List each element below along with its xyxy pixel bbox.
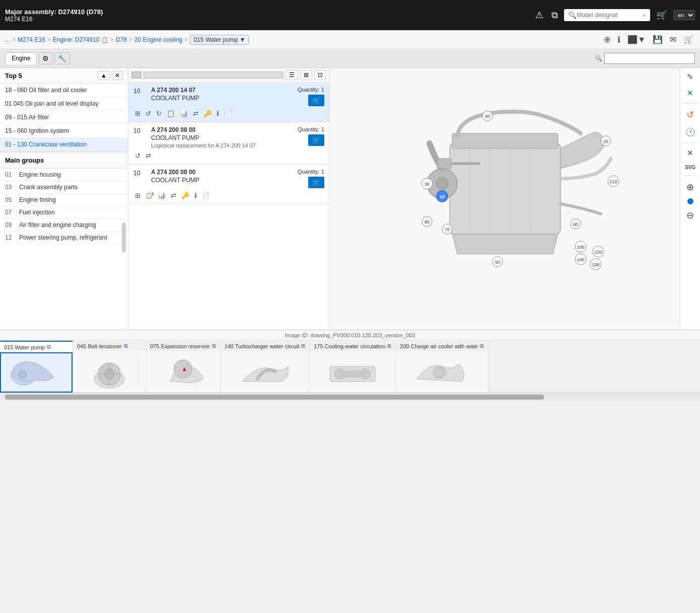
action-chart-btn-2[interactable]: 📊 [156,191,167,200]
breadcrumb-ellipsis[interactable]: ... [5,36,10,43]
main-group-05[interactable]: 05 Engine timing [0,194,128,206]
main-group-07[interactable]: 07 Fuel injection [0,206,128,219]
history-btn[interactable]: 🕐 [684,126,697,138]
main-group-12[interactable]: 12 Power steering pump, refrigerant [0,232,128,244]
part-top-1: 10 A 274 200 08 00 COOLANT PUMP Logistic… [133,126,324,148]
top5-item-1[interactable]: 01 045 Oil pan and oil level display [0,97,128,111]
tab-search-area: 🔍 [595,53,695,64]
zoom-out-rt-btn[interactable]: ⊖ [685,208,695,222]
action-clip1-btn-2[interactable]: 📋1 [144,191,154,200]
top5-item-0[interactable]: 18 - 060 Oil filter and oil cooler [0,84,128,97]
bottom-tab-4[interactable]: 175 Cooling-water circulation ⧉ [310,341,396,393]
top5-collapse-btn[interactable]: ▲ [98,71,110,80]
action-key-btn-2[interactable]: 🔑 [180,191,191,200]
svg-text:110: 110 [609,179,617,184]
scrollbar-thumb[interactable] [5,395,544,400]
zoom-in-rt-btn[interactable]: ⊕ [685,180,695,194]
breadcrumb-m274[interactable]: M274 E16 [18,36,45,43]
part-name-0: COOLANT PUMP [151,95,293,102]
action-grid-btn-2[interactable]: ⊞ [133,191,142,200]
action-grid-btn-0[interactable]: ⊞ [133,109,142,118]
parts-toolbar-spacer [131,71,142,79]
action-key-btn-0[interactable]: 🔑 [202,109,213,118]
left-panel: Top 5 ▲ ✕ 18 - 060 Oil filter and oil co… [0,68,128,330]
add-to-cart-btn-2[interactable]: 🛒 [308,177,324,188]
bottom-tab-1[interactable]: 045 Belt tensioner ⧉ [73,341,146,393]
top5-item-3[interactable]: 15 - 060 Ignition system [0,124,128,138]
warning-icon-btn[interactable]: ⚠ [533,8,545,23]
action-refresh1-btn-1[interactable]: ↺ [133,151,142,160]
breadcrumb-engine[interactable]: Engine: D274910 📋 [53,36,108,43]
filter-btn[interactable]: ⬛▼ [626,33,647,46]
toolbar-separator-2 [682,142,698,143]
part-position-1: 10 [133,126,146,134]
action-swap-btn-2[interactable]: ⇄ [169,191,178,200]
action-info-btn-0[interactable]: ℹ [215,109,221,118]
svg-text:130: 130 [592,262,599,267]
mail-btn[interactable]: ✉ [668,33,678,46]
breadcrumb-engine-cooling[interactable]: 20 Engine cooling [134,36,182,43]
action-info-btn-2[interactable]: ℹ [193,191,198,200]
part-row-2[interactable]: 10 A 274 200 08 00 COOLANT PUMP Quantity… [128,165,329,204]
action-refresh1-btn-0[interactable]: ↺ [144,109,153,118]
action-refresh2-btn-0[interactable]: ↻ [155,109,163,118]
external-link-icon-4: ⧉ [387,343,391,349]
top5-item-2[interactable]: 09 - 015 Air filter [0,111,128,124]
breadcrumb-d78[interactable]: D78 [116,36,127,43]
header-right: ⚠ ⧉ 🔍 × 🛒 en de [533,8,695,23]
add-to-cart-btn-1[interactable]: 🛒 [308,134,324,146]
action-swap-btn-1[interactable]: ⇄ [144,151,153,160]
tab-icon-2[interactable]: 🔧 [54,52,70,64]
tab-icon-1[interactable]: ⚙ [39,52,52,64]
breadcrumb-water-pump[interactable]: 015 Water pump ▼ [190,35,249,45]
main-group-03[interactable]: 03 Crank assembly parts [0,181,128,194]
save-btn[interactable]: 💾 [651,33,664,46]
bottom-tab-3[interactable]: 140 Turbocharger water circuit ⧉ [221,341,310,393]
part-row-0[interactable]: 10 A 274 200 14 07 COOLANT PUMP Quantity… [128,83,329,122]
part-actions-0: ⊞ ↺ ↻ 📋 📊 ⇄ 🔑 ℹ 📄 [133,109,324,118]
image-id-bar: Image ID: drawing_PV000.010.120.203_vers… [0,330,700,341]
refresh-btn[interactable]: ↺ [685,108,695,122]
tab-search-input[interactable] [604,53,695,64]
header-search-box: 🔍 × [564,9,650,21]
part-note-1: Logistical replacement for A 274 200 14 … [151,142,293,148]
bottom-tab-0[interactable]: 015 Water pump ⧉ [0,341,73,393]
part-qty-cart-2: Quantity: 1 🛒 [298,169,324,188]
close-panel-btn[interactable]: ✕ [685,87,695,99]
bottom-tab-5[interactable]: 200 Charge air cooler with wate ⧉ [396,341,488,393]
part-name-2: COOLANT PUMP [151,177,293,184]
language-select[interactable]: en de [673,10,695,20]
edit-btn[interactable]: ✎ [685,71,695,83]
zoom-in-btn[interactable]: ⊕ [602,33,612,46]
horizontal-scrollbar[interactable] [0,393,700,401]
cart-btn[interactable]: 🛒 [682,33,695,46]
engine-svg-container: 40 20 80 70 50 10 60 100 [330,68,700,330]
action-doc-btn-2[interactable]: 📄 [200,191,212,200]
bottom-tab-header-0: 015 Water pump ⧉ [0,342,73,352]
copy-icon-btn[interactable]: ⧉ [549,8,560,23]
tab-engine[interactable]: Engine [5,52,37,64]
action-clip-btn-0[interactable]: 📋 [165,109,176,118]
model-search-input[interactable] [577,12,642,19]
parts-toolbar: ☰ ⊞ ⊡ [128,68,329,83]
svg-btn[interactable]: SVG [683,163,697,172]
qty-label-0: Quantity: 1 [298,87,324,93]
main-group-09[interactable]: 09 Air filter and engine charging [0,219,128,232]
top5-item-4[interactable]: 01 - 130 Crankcase ventilation [0,138,128,151]
part-row-1[interactable]: 10 A 274 200 08 00 COOLANT PUMP Logistic… [128,122,329,165]
add-to-cart-btn-0[interactable]: 🛒 [308,95,324,106]
action-chart-btn-0[interactable]: 📊 [178,109,189,118]
list-view-btn[interactable]: ☰ [286,70,298,80]
action-doc-btn-0[interactable]: 📄 [223,109,234,118]
action-swap-btn-0[interactable]: ⇄ [191,109,200,118]
search-clear-btn[interactable]: × [642,12,646,19]
top5-close-btn[interactable]: ✕ [112,71,123,80]
bottom-tab-2[interactable]: 075 Expansion reservoir ⧉ ▲ [146,341,221,393]
cross-btn[interactable]: ✕ [685,147,695,159]
grid-view-btn[interactable]: ⊞ [300,70,312,80]
info-btn[interactable]: ℹ [616,33,622,46]
cart-icon-btn[interactable]: 🛒 [654,8,669,23]
bottom-tab-label-4: 175 Cooling-water circulation [314,343,385,349]
main-group-01[interactable]: 01 Engine housing [0,169,128,181]
expand-btn[interactable]: ⊡ [314,70,326,80]
